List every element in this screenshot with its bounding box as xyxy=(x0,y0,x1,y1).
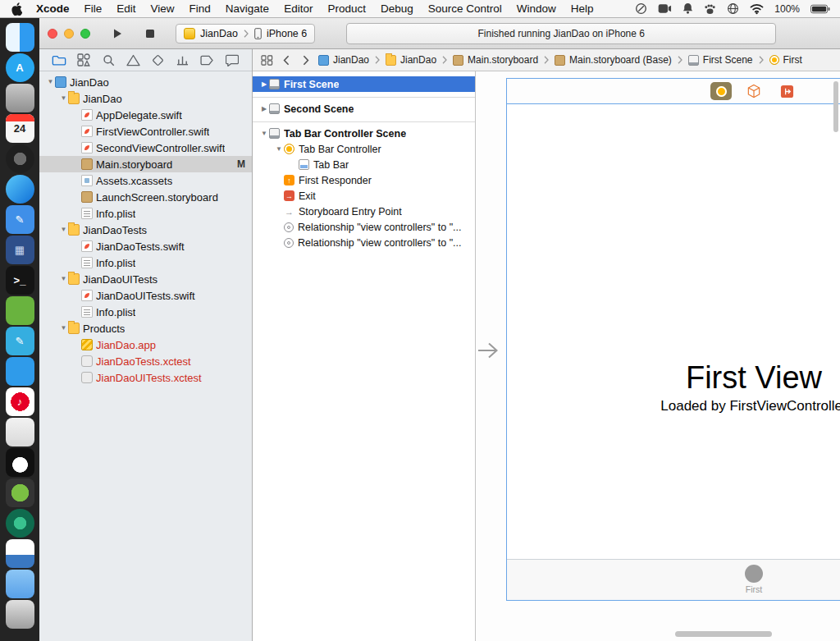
safari-icon[interactable] xyxy=(6,175,34,204)
folder-dock-icon[interactable] xyxy=(6,570,34,598)
zoom-button[interactable] xyxy=(80,29,90,39)
navigator-row[interactable]: JianDaoTests.swift xyxy=(39,238,252,254)
issue-navigator-icon[interactable] xyxy=(124,51,142,69)
scheme-selector[interactable]: JianDao iPhone 6 xyxy=(176,24,315,43)
apple-menu-icon[interactable] xyxy=(11,2,22,16)
qq-icon[interactable] xyxy=(6,448,34,477)
music-app-icon[interactable]: ♪ xyxy=(6,387,34,416)
outline-row[interactable]: ▼Tab Bar Controller xyxy=(253,141,475,157)
disclosure-triangle-icon[interactable]: ▶ xyxy=(259,81,269,88)
outline-row[interactable]: ▶Second Scene xyxy=(253,101,475,117)
project-navigator-icon[interactable] xyxy=(50,51,68,69)
navigator-row[interactable]: LaunchScreen.storyboard xyxy=(39,189,252,205)
navigator-row[interactable]: JianDao.app xyxy=(39,337,252,353)
close-button[interactable] xyxy=(48,29,57,39)
lens-app-icon[interactable] xyxy=(6,144,34,173)
disclosure-triangle-icon[interactable]: ▼ xyxy=(59,325,68,332)
menu-editor[interactable]: Editor xyxy=(276,2,320,15)
notes-app-icon[interactable]: ✎ xyxy=(6,205,34,234)
box-app-icon[interactable] xyxy=(6,539,34,568)
jumpbar-segment[interactable]: First Scene xyxy=(688,54,753,66)
find-navigator-icon[interactable] xyxy=(99,51,117,69)
battery-icon[interactable] xyxy=(810,4,830,14)
test-navigator-icon[interactable] xyxy=(149,51,167,69)
minimize-button[interactable] xyxy=(64,29,74,39)
light-app-icon[interactable] xyxy=(6,418,34,446)
navigator-row[interactable]: Info.plist xyxy=(39,254,252,271)
view-controller-icon[interactable] xyxy=(710,82,732,100)
navigator-row[interactable]: Main.storyboardM xyxy=(39,156,252,172)
evernote-icon[interactable] xyxy=(6,296,34,325)
outline-row[interactable]: Relationship "view controllers" to "... xyxy=(253,235,475,250)
run-button[interactable] xyxy=(105,23,130,44)
outline-row[interactable]: Relationship "view controllers" to "... xyxy=(253,219,475,235)
terminal-icon[interactable]: >_ xyxy=(6,266,34,295)
disclosure-triangle-icon[interactable]: ▼ xyxy=(59,95,68,102)
related-items-icon[interactable] xyxy=(259,52,274,68)
outline-row[interactable]: First Responder xyxy=(253,172,475,188)
paw-icon[interactable] xyxy=(704,3,716,15)
breakpoint-navigator-icon[interactable] xyxy=(199,51,217,69)
navigator-row[interactable]: ▼JianDaoUITests xyxy=(39,271,252,287)
menu-view[interactable]: View xyxy=(144,2,182,15)
calendar-icon[interactable]: 24 xyxy=(6,114,34,143)
jumpbar-segment[interactable]: First xyxy=(769,54,802,66)
tab-item-icon[interactable] xyxy=(745,565,763,583)
navigator-row[interactable]: SecondViewController.swift xyxy=(39,140,252,156)
menu-source-control[interactable]: Source Control xyxy=(421,2,509,15)
disclosure-triangle-icon[interactable]: ▼ xyxy=(46,79,55,85)
grid-app-icon[interactable]: ▦ xyxy=(6,236,34,264)
first-view-label[interactable]: First View xyxy=(507,360,840,396)
exit-icon[interactable] xyxy=(776,82,797,100)
jumpbar-segment[interactable]: Main.storyboard xyxy=(453,54,538,66)
disclosure-triangle-icon[interactable]: ▼ xyxy=(259,130,269,137)
menu-window[interactable]: Window xyxy=(509,2,564,15)
outline-row[interactable]: Exit xyxy=(253,188,475,204)
vertical-scrollbar[interactable] xyxy=(833,81,838,132)
finder-icon[interactable] xyxy=(6,23,34,52)
outline-row[interactable]: Storyboard Entry Point xyxy=(253,204,475,219)
gray-app-icon[interactable] xyxy=(6,84,34,112)
navigator-row[interactable]: ▼JianDaoTests xyxy=(39,222,252,238)
disclosure-triangle-icon[interactable]: ▼ xyxy=(274,146,284,153)
menu-debug[interactable]: Debug xyxy=(373,2,421,15)
writer-app-icon[interactable]: ✎ xyxy=(6,327,34,355)
navigator-row[interactable]: Assets.xcassets xyxy=(39,172,252,189)
outline-row[interactable]: ▶First Scene xyxy=(253,76,475,92)
menu-navigate[interactable]: Navigate xyxy=(218,2,276,15)
menu-product[interactable]: Product xyxy=(320,2,373,15)
trash-icon[interactable] xyxy=(6,600,34,629)
navigator-row[interactable]: Info.plist xyxy=(39,205,252,222)
forward-button[interactable] xyxy=(299,52,313,68)
tab-bar[interactable]: First xyxy=(507,559,840,600)
disclosure-triangle-icon[interactable]: ▼ xyxy=(59,276,68,282)
app-store-icon[interactable]: A xyxy=(6,53,34,82)
android-app-icon[interactable] xyxy=(6,478,34,507)
bell-icon[interactable] xyxy=(682,2,693,15)
circle-x-icon[interactable] xyxy=(635,2,647,15)
storyboard-canvas[interactable]: First View Loaded by FirstViewController… xyxy=(476,71,840,641)
globe-icon[interactable] xyxy=(727,2,739,15)
menu-edit[interactable]: Edit xyxy=(109,2,143,15)
jumpbar-segment[interactable]: JianDao xyxy=(386,54,436,66)
report-navigator-icon[interactable] xyxy=(223,51,241,69)
back-button[interactable] xyxy=(279,52,294,68)
loaded-by-label[interactable]: Loaded by FirstViewController xyxy=(507,398,840,414)
disclosure-triangle-icon[interactable]: ▶ xyxy=(259,106,269,112)
first-view-controller-view[interactable]: First View Loaded by FirstViewController… xyxy=(507,103,840,600)
navigator-row[interactable]: Info.plist xyxy=(39,304,252,320)
navigator-row[interactable]: JianDaoUITests.xctest xyxy=(39,369,252,386)
navigator-row[interactable]: JianDaoUITests.swift xyxy=(39,287,252,304)
menu-find[interactable]: Find xyxy=(182,2,218,15)
outline-row[interactable]: Tab Bar xyxy=(253,157,475,172)
atom-app-icon[interactable] xyxy=(6,509,34,538)
navigator-row[interactable]: ▼Products xyxy=(39,320,252,337)
menu-help[interactable]: Help xyxy=(564,2,601,15)
debug-navigator-icon[interactable] xyxy=(174,51,192,69)
wifi-icon[interactable] xyxy=(750,3,764,15)
navigator-row[interactable]: JianDaoTests.xctest xyxy=(39,353,252,369)
jumpbar-segment[interactable]: Main.storyboard (Base) xyxy=(555,54,672,66)
stop-button[interactable] xyxy=(138,23,162,44)
menu-file[interactable]: File xyxy=(77,2,110,15)
navigator-row[interactable]: FirstViewController.swift xyxy=(39,123,252,140)
